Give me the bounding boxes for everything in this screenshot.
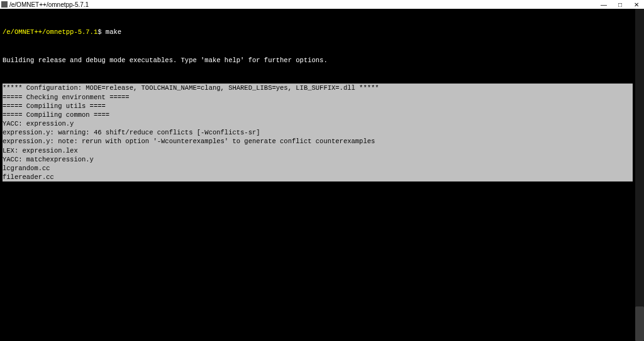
output-line: expression.y: warning: 46 shift/reduce c… <box>3 128 633 137</box>
window-title-bar: /e/OMNET++/omnetpp-5.7.1 — □ ✕ <box>0 0 644 9</box>
window-title: /e/OMNET++/omnetpp-5.7.1 <box>9 1 89 8</box>
prompt-line: /e/OMNET++/omnetpp-5.7.1$ make <box>3 28 641 36</box>
prompt-path: /e/OMNET++/omnetpp-5.7.1 <box>3 28 97 36</box>
highlighted-output-block: ***** Configuration: MODE=release, TOOLC… <box>3 84 633 181</box>
output-line: expression.y: note: rerun with option '-… <box>3 137 633 146</box>
window-controls: — □ ✕ <box>600 1 643 8</box>
output-line: ===== Compiling common ==== <box>3 111 633 119</box>
vertical-scrollbar[interactable] <box>635 9 644 341</box>
output-line: ===== Checking environment ===== <box>3 93 633 102</box>
output-line: ===== Compiling utils ==== <box>3 102 633 111</box>
app-icon <box>1 1 8 8</box>
close-button[interactable]: ✕ <box>633 1 640 8</box>
output-line: YACC: expression.y <box>3 119 633 128</box>
scroll-thumb[interactable] <box>635 306 644 341</box>
maximize-button[interactable]: □ <box>616 1 624 8</box>
output-line: YACC: matchexpression.y <box>3 155 633 164</box>
minimize-button[interactable]: — <box>600 1 608 8</box>
prompt-dollar: $ <box>97 28 106 36</box>
terminal-area[interactable]: /e/OMNET++/omnetpp-5.7.1$ make Building … <box>0 9 644 192</box>
prompt-command: make <box>106 28 121 36</box>
output-line: ***** Configuration: MODE=release, TOOLC… <box>3 84 633 92</box>
output-line: filereader.cc <box>3 173 633 181</box>
build-message: Building release and debug mode executab… <box>3 56 641 65</box>
output-line: lcgrandom.cc <box>3 164 633 173</box>
output-line: LEX: expression.lex <box>3 146 633 155</box>
